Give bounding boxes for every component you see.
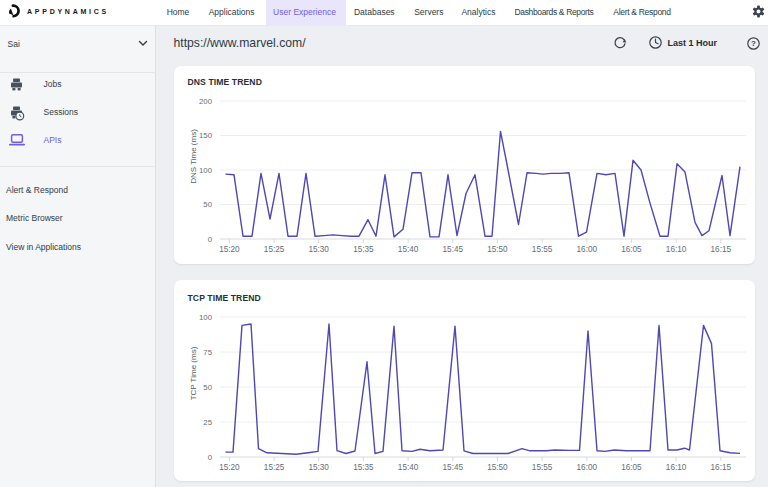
- svg-text:?: ?: [751, 39, 756, 48]
- svg-text:15:50: 15:50: [487, 245, 508, 254]
- svg-text:16:05: 16:05: [621, 245, 642, 254]
- svg-text:50: 50: [203, 200, 212, 209]
- svg-text:50: 50: [203, 382, 212, 391]
- svg-text:150: 150: [199, 131, 213, 140]
- svg-text:16:00: 16:00: [577, 463, 598, 472]
- svg-text:15:25: 15:25: [264, 463, 285, 472]
- svg-text:15:45: 15:45: [443, 245, 464, 254]
- svg-text:15:45: 15:45: [443, 463, 464, 472]
- svg-text:16:15: 16:15: [711, 245, 732, 254]
- svg-text:15:35: 15:35: [353, 463, 374, 472]
- svg-text:16:10: 16:10: [666, 463, 687, 472]
- svg-text:16:10: 16:10: [666, 245, 687, 254]
- svg-text:0: 0: [208, 235, 213, 244]
- svg-text:100: 100: [199, 312, 213, 321]
- svg-text:0: 0: [208, 452, 213, 461]
- svg-text:25: 25: [203, 417, 212, 426]
- svg-text:15:40: 15:40: [398, 463, 419, 472]
- svg-text:16:15: 16:15: [711, 463, 732, 472]
- svg-text:15:35: 15:35: [353, 245, 374, 254]
- svg-text:15:40: 15:40: [398, 245, 419, 254]
- svg-text:DNS Time (ms): DNS Time (ms): [189, 129, 198, 184]
- svg-text:15:25: 15:25: [264, 245, 285, 254]
- svg-text:15:20: 15:20: [219, 463, 240, 472]
- svg-text:15:20: 15:20: [219, 245, 240, 254]
- svg-text:15:55: 15:55: [532, 245, 553, 254]
- svg-text:200: 200: [199, 97, 213, 106]
- svg-text:16:00: 16:00: [577, 245, 598, 254]
- svg-text:TCP Time (ms): TCP Time (ms): [189, 346, 198, 400]
- svg-text:15:30: 15:30: [308, 245, 329, 254]
- svg-text:15:30: 15:30: [308, 463, 329, 472]
- svg-text:16:05: 16:05: [621, 463, 642, 472]
- svg-text:100: 100: [199, 166, 213, 175]
- svg-text:15:50: 15:50: [487, 463, 508, 472]
- svg-text:15:55: 15:55: [532, 463, 553, 472]
- svg-text:75: 75: [203, 347, 212, 356]
